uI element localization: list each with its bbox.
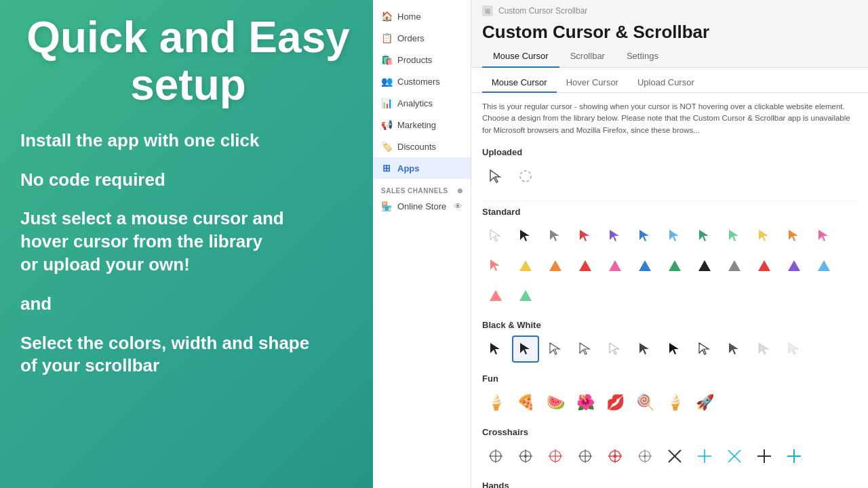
section-uploaded-title: Uploaded (482, 147, 857, 157)
tab-scrollbar[interactable]: Scrollbar (559, 45, 616, 68)
cursor-fun-1[interactable]: 🍦 (482, 389, 509, 416)
cursor-std-4[interactable] (572, 222, 599, 249)
svg-marker-12 (789, 230, 798, 241)
sidebar-item-online-store[interactable]: 🏪 Online Store 👁 (373, 197, 471, 216)
cursor-std-12[interactable] (810, 222, 837, 249)
cursor-cross-8[interactable] (691, 443, 718, 470)
cursor-bw-5[interactable] (601, 336, 629, 363)
cursor-item-uploaded-circle[interactable] (512, 163, 539, 190)
sidebar-item-analytics[interactable]: 📊 Analytics (373, 92, 471, 114)
svg-marker-37 (759, 343, 768, 354)
svg-marker-23 (758, 260, 770, 271)
cursor-std-11[interactable] (781, 222, 808, 249)
tab-settings[interactable]: Settings (616, 45, 669, 68)
sidebar-item-orders[interactable]: 📋 Orders (373, 27, 471, 49)
cursor-bw-2[interactable] (512, 336, 539, 363)
sidebar-item-apps[interactable]: ⊞ Apps (373, 157, 471, 179)
sidebar-item-products[interactable]: 🛍️ Products (373, 49, 471, 70)
cursor-std-14[interactable] (512, 252, 539, 279)
svg-marker-24 (788, 260, 800, 271)
svg-marker-25 (818, 260, 830, 271)
sidebar-item-marketing[interactable]: 📢 Marketing (373, 114, 471, 136)
cursor-cross-4[interactable] (572, 443, 599, 470)
cursor-fun-4[interactable]: 🌺 (572, 389, 599, 416)
cursor-std-15[interactable] (542, 252, 569, 279)
info-text: This is your regular cursor - showing wh… (482, 101, 857, 136)
cursor-std-18[interactable] (631, 252, 658, 279)
cursor-std-5[interactable] (601, 222, 629, 249)
cursor-std-3[interactable] (542, 222, 569, 249)
sidebar-nav: 🏠 Home 📋 Orders 🛍️ Products 👥 Customers … (373, 0, 471, 488)
cursor-cross-11[interactable] (781, 443, 808, 470)
main-content: ⊞ Custom Cursor Scrollbar Custom Cursor … (471, 0, 868, 488)
svg-marker-16 (549, 260, 561, 271)
cursor-std-6[interactable] (631, 222, 658, 249)
cursor-std-13[interactable] (482, 252, 509, 279)
cursor-std-22[interactable] (751, 252, 778, 279)
cursor-bw-3[interactable] (542, 336, 569, 363)
svg-marker-17 (579, 260, 591, 271)
svg-marker-8 (669, 230, 679, 241)
cursor-fun-8[interactable]: 🚀 (691, 389, 718, 416)
cursor-std-23[interactable] (781, 252, 808, 279)
sidebar-item-home[interactable]: 🏠 Home (373, 5, 471, 27)
cursor-bw-11[interactable] (781, 336, 808, 363)
sidebar-item-discounts[interactable]: 🏷️ Discounts (373, 136, 471, 157)
svg-marker-0 (490, 170, 500, 182)
cursor-item-uploaded-arrow[interactable] (482, 163, 509, 190)
add-channel-icon[interactable]: ⊕ (457, 187, 463, 195)
subtab-hover-cursor[interactable]: Hover Cursor (557, 73, 628, 93)
uploaded-grid (482, 163, 857, 190)
cursor-cross-7[interactable] (661, 443, 688, 470)
cursor-std-7[interactable] (661, 222, 688, 249)
discounts-icon: 🏷️ (381, 141, 392, 152)
cursor-std-24[interactable] (810, 252, 837, 279)
tab-mouse-cursor[interactable]: Mouse Cursor (482, 45, 559, 68)
cursor-bw-4[interactable] (572, 336, 599, 363)
cursor-cross-10[interactable] (751, 443, 778, 470)
cursor-std-25[interactable] (482, 282, 509, 309)
cursor-cross-3[interactable] (542, 443, 569, 470)
cursor-bw-8[interactable] (691, 336, 718, 363)
svg-marker-29 (520, 343, 530, 354)
cursor-fun-2[interactable]: 🍕 (512, 389, 539, 416)
cursor-bw-7[interactable] (661, 336, 688, 363)
cursor-std-10[interactable] (751, 222, 778, 249)
cursor-std-26[interactable] (512, 282, 539, 309)
cursor-std-16[interactable] (572, 252, 599, 279)
cursor-bw-6[interactable] (631, 336, 658, 363)
subtab-upload-cursor[interactable]: Upload Cursor (628, 73, 704, 93)
cursor-bw-9[interactable] (721, 336, 748, 363)
svg-marker-13 (818, 230, 828, 241)
cursor-std-9[interactable] (721, 222, 748, 249)
cursor-cross-5[interactable] (601, 443, 629, 470)
cursor-std-8[interactable] (691, 222, 718, 249)
cursor-cross-6[interactable] (631, 443, 658, 470)
home-icon: 🏠 (381, 11, 392, 22)
cursor-fun-5[interactable]: 💋 (601, 389, 629, 416)
cursor-cross-2[interactable] (512, 443, 539, 470)
cursor-std-1[interactable] (482, 222, 509, 249)
svg-marker-18 (609, 260, 621, 271)
subtab-mouse-cursor[interactable]: Mouse Cursor (482, 73, 557, 93)
cursor-cross-9[interactable] (721, 443, 748, 470)
svg-marker-35 (699, 343, 709, 354)
svg-marker-21 (698, 260, 711, 271)
cursor-std-19[interactable] (661, 252, 688, 279)
cursor-cross-1[interactable] (482, 443, 509, 470)
section-crosshairs-title: Crosshairs (482, 427, 857, 437)
cursor-bw-10[interactable] (751, 336, 778, 363)
cursor-std-2[interactable] (512, 222, 539, 249)
cursor-fun-7[interactable]: 🍦 (661, 389, 688, 416)
svg-marker-28 (490, 343, 500, 354)
cursor-fun-3[interactable]: 🍉 (542, 389, 569, 416)
cursor-std-17[interactable] (601, 252, 629, 279)
analytics-icon: 📊 (381, 98, 392, 108)
svg-marker-3 (520, 230, 530, 241)
cursor-std-20[interactable] (691, 252, 718, 279)
sidebar-item-customers[interactable]: 👥 Customers (373, 70, 471, 92)
cursor-std-21[interactable] (721, 252, 748, 279)
cursor-fun-6[interactable]: 🍭 (631, 389, 658, 416)
eye-icon: 👁 (454, 201, 462, 211)
cursor-bw-1[interactable] (482, 336, 509, 363)
